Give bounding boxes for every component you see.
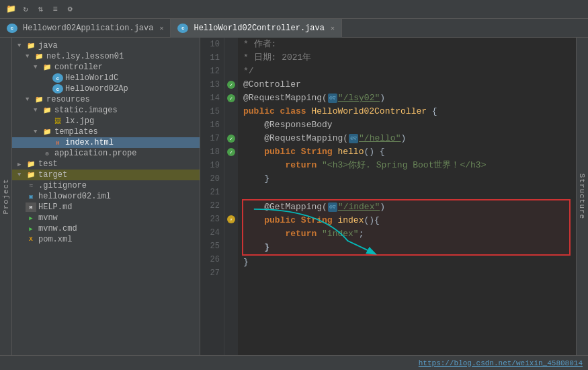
ln-25: 25 (200, 239, 220, 253)
code-line-26: } (243, 256, 571, 269)
sidebar-label-left-text: Project (2, 178, 10, 214)
code-scroll[interactable]: 10 11 12 13 14 15 16 17 18 19 20 21 22 2… (200, 38, 576, 355)
tree-item-resources[interactable]: ▼ 📁 resources (12, 94, 200, 105)
code-line-15: public class HelloWorld02Controller { (243, 105, 571, 118)
java-icon-helloword02ap: c (52, 84, 63, 94)
code-line-21 (243, 186, 571, 199)
tree-label-iml: helloword02.iml (38, 192, 111, 201)
ln-17: 17 (200, 132, 220, 145)
tree-item-mvnwcmd[interactable]: ▶ mvnw.cmd (12, 223, 200, 234)
tree-item-pomxml[interactable]: X pom.xml (12, 234, 200, 245)
gutter-10 (224, 38, 238, 51)
sort-type-toolbar-icon[interactable]: ≡ (50, 4, 60, 15)
highlighted-code-block: @GetMapping(⊙▽"/index") public String in… (242, 199, 571, 256)
kw-string-23: String (301, 215, 338, 225)
code-line-25: } (243, 241, 569, 254)
annotation-responsebody: @ResponseBody (264, 120, 332, 130)
comment-end: */ (243, 66, 254, 76)
gutter-27 (224, 266, 238, 280)
tree-item-mvnw[interactable]: ▶ mvnw (12, 213, 200, 223)
folder-icon-resources: 📁 (34, 95, 44, 104)
ln-27: 27 (200, 266, 220, 280)
tree-label-static-images: static.images (54, 106, 118, 115)
annotation-controller: @Controller (243, 79, 301, 89)
tree-item-appproperties[interactable]: ⚙ application.prope (12, 148, 200, 159)
gutter-20 (224, 172, 238, 186)
tree-item-java[interactable]: ▼ 📁 java (12, 40, 200, 51)
tree-label-mvnwcmd: mvnw.cmd (38, 224, 77, 233)
line-numbers: 10 11 12 13 14 15 16 17 18 19 20 21 22 2… (200, 38, 224, 355)
sort-alpha-toolbar-icon[interactable]: ⇅ (35, 4, 46, 15)
gutter-25 (224, 239, 238, 253)
md-icon-helpmd: M (26, 202, 36, 212)
gutter-icon-18: ✓ (227, 148, 235, 156)
comment-date: * 日期: 2021年 (243, 52, 311, 63)
annotation-requestmapping1: @RequestMapping( (243, 93, 327, 103)
tree-label-target: target (38, 170, 67, 180)
tree-label-helloword02ap: Helloword02Ap (65, 84, 128, 94)
annotation-getmapping: @GetMapping( (264, 202, 327, 212)
tree-item-target[interactable]: ▼ 📁 target (12, 170, 200, 180)
ln-15: 15 (200, 105, 220, 118)
ln-12: 12 (200, 65, 220, 78)
tab-close-2[interactable]: ✕ (331, 24, 335, 32)
gutter-icon-13: ✓ (227, 81, 235, 89)
tab-close-1[interactable]: ✕ (159, 24, 163, 32)
ln-10: 10 (200, 38, 220, 51)
top-toolbar: 📁 ↻ ⇅ ≡ ⚙ (0, 0, 588, 19)
arrow-templates: ▼ (34, 128, 42, 135)
tab-helloword02application[interactable]: c Helloword02Application.java ✕ (0, 19, 171, 38)
arrow-static-images: ▼ (34, 107, 42, 114)
tree-label-resources: resources (46, 95, 90, 104)
gutter-24 (224, 226, 238, 239)
tree-item-static-images[interactable]: ▼ 📁 static.images (12, 105, 200, 116)
tree-item-iml[interactable]: ▣ helloword02.iml (12, 191, 200, 202)
code-line-24: return "index"; (243, 227, 569, 241)
code-line-13: @Controller (243, 78, 571, 91)
tree-item-test[interactable]: ▶ 📁 test (12, 159, 200, 170)
tree-label-controller: controller (54, 63, 103, 72)
tree-item-helloworldc[interactable]: c HelloWorldC (12, 73, 200, 83)
project-toolbar-icon[interactable]: 📁 (5, 4, 16, 15)
code-line-19: return "<h3>你好. Spring Boot世界！</h3> (243, 159, 571, 172)
sidebar-label-right[interactable]: Structure (576, 38, 588, 355)
gutter-11 (224, 51, 238, 65)
kw-return-24: return (285, 229, 322, 239)
ln-18: 18 (200, 145, 220, 159)
java-icon-helloworldc: c (52, 73, 63, 83)
sync-toolbar-icon[interactable]: ↻ (20, 4, 31, 15)
code-line-23: public String index(){ (243, 214, 569, 227)
ln-22: 22 (200, 199, 220, 213)
status-link[interactable]: https://blog.csdn.net/weixin_45808014 (419, 359, 583, 367)
tab-label-2: HelloWorld02Controller.java (194, 24, 324, 33)
kw-public-18: public (264, 147, 301, 157)
folder-icon-java: 📁 (26, 41, 36, 50)
param-icon-22: ⊙▽ (328, 202, 337, 212)
tree-item-templates[interactable]: ▼ 📁 templates (12, 126, 200, 137)
tree-item-gitignore[interactable]: ≈ .gitignore (12, 180, 200, 191)
project-tree[interactable]: ▼ 📁 java ▼ 📁 net.lsy.lesson01 ▼ 📁 contro… (12, 38, 200, 355)
code-lines[interactable]: * 作者: * 日期: 2021年 */ @Controller @Reques… (238, 38, 576, 355)
gutter-18: ✓ (224, 145, 238, 159)
tree-item-indexhtml[interactable]: H index.html (12, 137, 200, 148)
tree-item-helpmd[interactable]: M HELP.md (12, 202, 200, 213)
folder-icon-controller: 📁 (42, 63, 52, 72)
settings-toolbar-icon[interactable]: ⚙ (65, 4, 75, 15)
tab-bar: c Helloword02Application.java ✕ c HelloW… (0, 19, 588, 38)
tree-item-lxjpg[interactable]: 🖼 lx.jpg (12, 116, 200, 126)
sidebar-label-left[interactable]: Project (0, 38, 12, 355)
tree-label-java: java (38, 41, 58, 50)
tree-item-helloword02ap[interactable]: c Helloword02Ap (12, 83, 200, 94)
tree-item-netlsy[interactable]: ▼ 📁 net.lsy.lesson01 (12, 51, 200, 62)
code-line-12: */ (243, 65, 571, 78)
xml-icon-pomxml: X (26, 235, 36, 244)
tree-item-controller[interactable]: ▼ 📁 controller (12, 62, 200, 73)
code-line-18: public String hello() { (243, 145, 571, 159)
gutter: ✓ ✓ ✓ ✓ ⚡ (224, 38, 238, 355)
tab-helloworld02controller[interactable]: c HelloWorld02Controller.java ✕ (171, 19, 341, 38)
gutter-icon-23: ⚡ (227, 215, 235, 223)
mvnw-icon: ▶ (26, 213, 36, 223)
code-line-11: * 日期: 2021年 (243, 51, 571, 65)
gutter-17: ✓ (224, 132, 238, 145)
param-icon-14: ⊙▽ (328, 94, 337, 103)
